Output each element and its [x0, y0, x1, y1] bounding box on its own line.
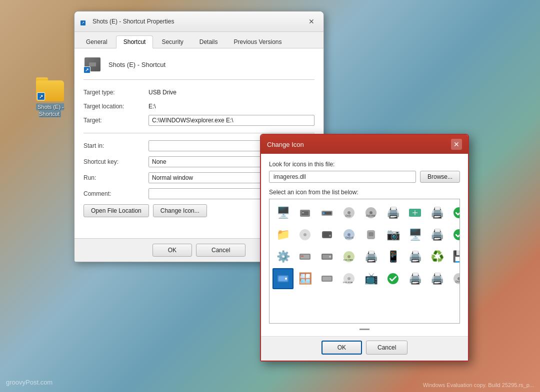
watermark-right: Windows Evaluation copy. Build 25295.rs_…: [423, 382, 534, 388]
svg-text:DVD: DVD: [346, 214, 351, 217]
desktop-folder-icon[interactable]: ↗ Shots (E) - Shortcut: [30, 77, 70, 118]
target-input[interactable]: [148, 115, 314, 126]
svg-rect-2: [302, 212, 304, 213]
svg-point-18: [304, 233, 306, 236]
icon-cell[interactable]: 🖨️: [382, 202, 404, 223]
change-icon-footer: OK Cancel: [261, 336, 468, 361]
icon-cell[interactable]: DVD-RW: [360, 202, 382, 223]
svg-text:DVD: DVD: [456, 280, 460, 283]
icon-cell[interactable]: [360, 224, 382, 245]
icon-cell[interactable]: 🖥️: [272, 202, 294, 223]
shortcut-key-label: Shortcut key:: [84, 156, 148, 165]
separator: [84, 133, 314, 133]
icon-cell[interactable]: DVD: [338, 202, 360, 223]
icon-cell[interactable]: 🖨️: [426, 224, 448, 245]
desktop: ↗ Shots (E) - Shortcut groovyPost.com Wi…: [0, 0, 540, 392]
icon-cell[interactable]: [316, 246, 338, 267]
svg-text:DVD-ROM: DVD-ROM: [343, 281, 352, 284]
icon-cell[interactable]: 📷: [382, 224, 404, 245]
browse-button[interactable]: Browse...: [420, 171, 460, 183]
icon-cell[interactable]: [294, 224, 316, 245]
file-path-input[interactable]: [269, 171, 416, 183]
icon-cell[interactable]: DVD: [448, 268, 460, 289]
icon-cell[interactable]: [294, 202, 316, 223]
svg-point-39: [285, 278, 287, 280]
file-input-row: Browse...: [269, 171, 460, 183]
file-label: Look for icons in this file:: [269, 161, 460, 168]
target-location-value: E:\: [148, 101, 156, 110]
target-row: Target:: [84, 115, 314, 126]
svg-text:DVD-RW: DVD-RW: [366, 215, 376, 217]
properties-ok-button[interactable]: OK: [152, 244, 192, 257]
tab-security[interactable]: Security: [154, 35, 190, 48]
properties-title: Shots (E) - Shortcut Properties: [92, 18, 174, 25]
file-icon-large: ↗: [84, 55, 102, 73]
icon-cell[interactable]: DVD-R: [338, 224, 360, 245]
change-icon-title: Change Icon: [267, 141, 304, 148]
icon-grid-container: 🖥️ DVD DVD-RW 🖨️: [269, 199, 460, 324]
shortcut-badge-icon: ↗: [84, 66, 90, 73]
properties-cancel-button[interactable]: Cancel: [196, 244, 246, 257]
svg-rect-5: [323, 212, 324, 214]
svg-point-43: [348, 277, 350, 280]
svg-point-45: [388, 273, 398, 284]
target-type-label: Target type:: [84, 87, 148, 96]
title-left: ↗ Shots (E) - Shortcut Properties: [80, 17, 174, 25]
title-icon: ↗: [80, 17, 88, 25]
icon-grid-label: Select an icon from the list below:: [269, 189, 460, 196]
tab-previous-versions[interactable]: Previous Versions: [226, 35, 289, 48]
icon-cell[interactable]: [404, 202, 426, 223]
icon-cell[interactable]: [316, 202, 338, 223]
change-icon-dialog: Change Icon ✕ Look for icons in this fil…: [260, 134, 469, 362]
icon-cell[interactable]: 🖨️: [426, 202, 448, 223]
icon-cell[interactable]: 📱: [382, 246, 404, 267]
file-header: ↗ Shots (E) - Shortcut: [84, 55, 314, 80]
icon-cell[interactable]: 📺: [360, 268, 382, 289]
icon-cell[interactable]: [448, 202, 460, 223]
icon-cell[interactable]: [448, 224, 460, 245]
comment-label: Comment:: [84, 188, 148, 197]
svg-text:DVD-R: DVD-R: [346, 236, 354, 239]
tab-details[interactable]: Details: [192, 35, 226, 48]
icon-cell[interactable]: 🖨️: [404, 268, 426, 289]
target-location-row: Target location: E:\: [84, 101, 314, 110]
open-file-location-button[interactable]: Open File Location: [84, 204, 149, 217]
svg-rect-41: [322, 277, 332, 281]
icon-cell[interactable]: 📁: [272, 224, 294, 245]
icon-cell[interactable]: 🖨️: [404, 246, 426, 267]
svg-point-33: [329, 256, 331, 258]
icon-cell[interactable]: ⚙️: [272, 246, 294, 267]
svg-rect-30: [301, 256, 304, 257]
change-icon-close-button[interactable]: ✕: [451, 139, 462, 150]
change-icon-cancel-button[interactable]: Cancel: [366, 341, 408, 355]
icon-cell-selected[interactable]: [272, 268, 294, 289]
icon-cell[interactable]: [316, 224, 338, 245]
icon-cell[interactable]: [294, 246, 316, 267]
icon-cell[interactable]: [382, 268, 404, 289]
svg-point-21: [329, 235, 331, 237]
properties-close-button[interactable]: ✕: [306, 15, 318, 27]
target-label: Target:: [84, 115, 148, 124]
properties-tabs-bar: General Shortcut Security Details Previo…: [74, 32, 324, 48]
icon-cell[interactable]: ♻️: [426, 246, 448, 267]
icon-cell[interactable]: 🖨️: [360, 246, 382, 267]
change-icon-content: Look for icons in this file: Browse... S…: [261, 154, 468, 336]
target-location-label: Target location:: [84, 101, 148, 110]
icon-cell[interactable]: 💾: [448, 246, 460, 267]
svg-point-10: [370, 211, 372, 214]
folder-image: ↗: [36, 77, 64, 101]
icon-cell[interactable]: DVD-RAM: [338, 246, 360, 267]
arrow-icon: ↗: [80, 20, 86, 25]
tab-general[interactable]: General: [78, 35, 115, 48]
change-icon-ok-button[interactable]: OK: [322, 341, 362, 355]
icon-cell[interactable]: 🖥️: [404, 224, 426, 245]
tab-shortcut[interactable]: Shortcut: [116, 35, 154, 48]
svg-rect-29: [300, 255, 310, 259]
change-icon-button[interactable]: Change Icon...: [153, 204, 207, 217]
change-icon-titlebar: Change Icon ✕: [261, 135, 468, 154]
icon-cell[interactable]: 🖨️: [426, 268, 448, 289]
icon-cell[interactable]: DVD-ROM: [338, 268, 360, 289]
icon-cell[interactable]: [316, 268, 338, 289]
icon-cell[interactable]: 🪟: [294, 268, 316, 289]
properties-titlebar: ↗ Shots (E) - Shortcut Properties ✕: [74, 11, 324, 32]
